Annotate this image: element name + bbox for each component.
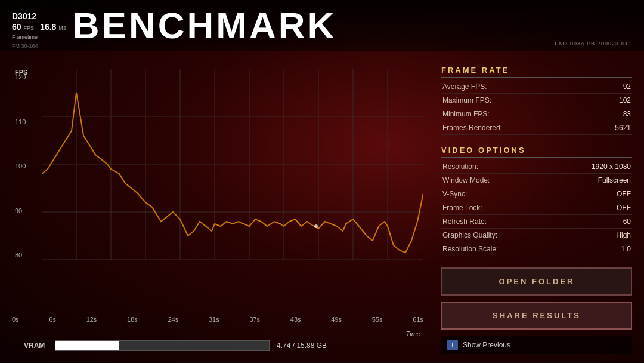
x-tick-37s: 37s [249, 316, 260, 323]
top-right-code: FND-003A PB-700023-011 [555, 41, 632, 47]
avg-fps-label: Average FPS: [441, 80, 589, 94]
chart-container: FPS 120 110 100 90 80 [12, 63, 429, 354]
show-previous-bar[interactable]: f Show Previous [441, 336, 632, 354]
vram-label: VRAM [24, 342, 48, 350]
show-previous-label[interactable]: Show Previous [463, 341, 510, 349]
frame-rate-section: FRAME RATE Average FPS: 92 Maximum FPS: … [441, 66, 632, 141]
y-tick-90: 90 [15, 207, 26, 214]
x-tick-49s: 49s [331, 316, 342, 323]
max-fps-value: 102 [589, 94, 632, 107]
chart-y-ticks: 120 110 100 90 80 [15, 73, 26, 259]
hud-fps-value: 60 [12, 22, 21, 32]
chart-x-ticks: 0s 6s 12s 18s 24s 31s 37s 43s 49s 55s 61… [12, 316, 423, 323]
x-tick-24s: 24s [168, 316, 179, 323]
hud-ms-value: 16.8 [40, 22, 56, 32]
vram-value: 4.74 / 15.88 GB [277, 342, 327, 350]
open-folder-button[interactable]: OPEN FOLDER [441, 267, 632, 296]
table-row: Resolution: 1920 x 1080 [441, 160, 632, 174]
vram-used: 4.74 [277, 342, 290, 350]
right-panel: FRAME RATE Average FPS: 92 Maximum FPS: … [441, 63, 632, 354]
frames-rendered-label: Frames Rendered: [441, 121, 589, 135]
hud-id: D3012 [12, 11, 36, 21]
video-options-title: VIDEO OPTIONS [441, 146, 632, 158]
x-tick-31s: 31s [209, 316, 219, 323]
facebook-icon: f [447, 340, 458, 350]
benchmark-title: BENCHMARK [73, 7, 336, 44]
table-row: Window Mode: Fullscreen [441, 174, 632, 187]
max-fps-label: Maximum FPS: [441, 94, 589, 107]
chart-x-time-label: Time [406, 330, 420, 337]
x-tick-18s: 18s [127, 316, 138, 323]
share-results-button[interactable]: SHARE RESULTS [441, 302, 632, 330]
frames-rendered-value: 5621 [589, 121, 632, 135]
table-row: Minimum FPS: 83 [441, 107, 632, 121]
vram-bar-fill [55, 341, 119, 350]
table-row: Frame Lock: OFF [441, 201, 632, 215]
x-tick-0s: 0s [12, 316, 19, 323]
x-tick-43s: 43s [290, 316, 301, 323]
hud-stats: D3012 60 FPS 16.8 MS Frametime [12, 11, 67, 40]
frame-rate-table: Average FPS: 92 Maximum FPS: 102 Minimum… [441, 80, 632, 135]
top-bar: D3012 60 FPS 16.8 MS Frametime BENCHMARK [0, 0, 644, 51]
frame-lock-value: OFF [552, 201, 632, 215]
resolution-value: 1920 x 1080 [552, 160, 632, 174]
hud-frametime-label: Frametime [12, 34, 67, 40]
table-row: Refresh Rate: 60 [441, 215, 632, 229]
x-tick-6s: 6s [49, 316, 56, 323]
chart-svg [42, 69, 423, 260]
svg-point-17 [314, 224, 318, 228]
hud-fps-unit: FPS [24, 25, 35, 31]
table-row: V-Sync: OFF [441, 187, 632, 201]
x-tick-55s: 55s [372, 316, 383, 323]
table-row: Graphics Quality: High [441, 229, 632, 242]
vsync-value: OFF [552, 187, 632, 201]
refresh-rate-value: 60 [552, 215, 632, 229]
resolution-scale-value: 1.0 [552, 242, 632, 256]
resolution-label: Resolution: [441, 160, 552, 174]
vram-total: 15.88 [296, 342, 314, 350]
frame-rate-title: FRAME RATE [441, 66, 632, 78]
frame-lock-label: Frame Lock: [441, 201, 552, 215]
y-tick-120: 120 [15, 73, 26, 81]
x-tick-12s: 12s [86, 316, 97, 323]
window-mode-value: Fullscreen [552, 174, 632, 187]
vram-unit: GB [317, 342, 327, 350]
resolution-scale-label: Resolution Scale: [441, 242, 552, 256]
vram-container: VRAM 4.74 / 15.88 GB [24, 340, 327, 351]
button-container: OPEN FOLDER SHARE RESULTS f Show Previou… [441, 267, 632, 354]
min-fps-value: 83 [589, 107, 632, 121]
window-mode-label: Window Mode: [441, 174, 552, 187]
main-content: FPS 120 110 100 90 80 [0, 54, 644, 363]
video-options-table: Resolution: 1920 x 1080 Window Mode: Ful… [441, 160, 632, 256]
y-tick-110: 110 [15, 118, 26, 125]
table-row: Resolution Scale: 1.0 [441, 242, 632, 256]
avg-fps-value: 92 [589, 80, 632, 94]
y-tick-80: 80 [15, 251, 26, 259]
hud-ms-unit: MS [58, 25, 67, 31]
table-row: Average FPS: 92 [441, 80, 632, 94]
vram-bar-background [55, 340, 270, 351]
min-fps-label: Minimum FPS: [441, 107, 589, 121]
y-tick-100: 100 [15, 162, 26, 170]
table-row: Frames Rendered: 5621 [441, 121, 632, 135]
video-options-section: VIDEO OPTIONS Resolution: 1920 x 1080 Wi… [441, 146, 632, 262]
graphics-quality-label: Graphics Quality: [441, 229, 552, 242]
x-tick-61s: 61s [413, 316, 423, 323]
table-row: Maximum FPS: 102 [441, 94, 632, 107]
fm-range: FM 30-164 [12, 43, 38, 49]
vsync-label: V-Sync: [441, 187, 552, 201]
graphics-quality-value: High [552, 229, 632, 242]
refresh-rate-label: Refresh Rate: [441, 215, 552, 229]
